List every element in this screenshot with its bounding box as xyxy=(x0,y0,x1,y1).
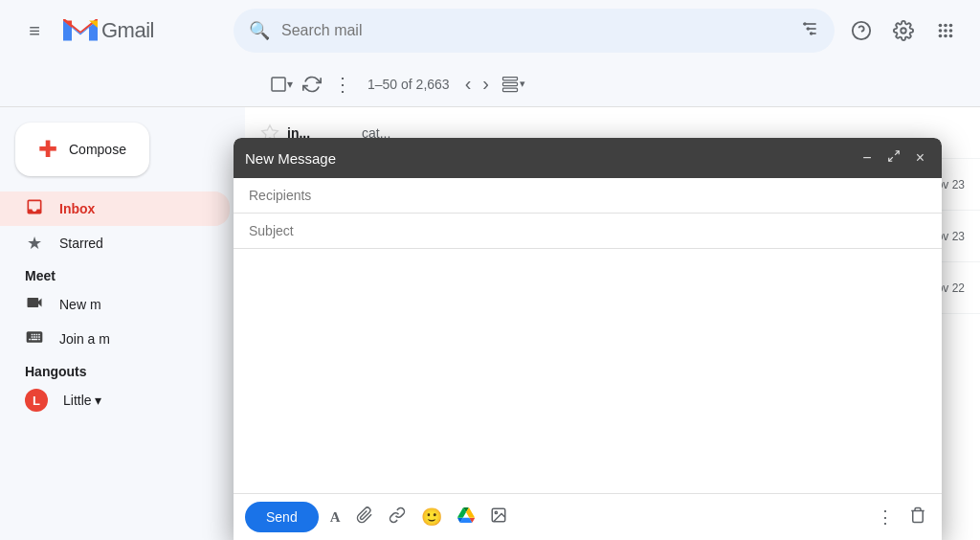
photo-icon[interactable] xyxy=(486,503,511,532)
compose-footer: Send A 🙂 xyxy=(234,493,942,540)
compose-body[interactable] xyxy=(234,249,942,493)
join-meeting-label: Join a m xyxy=(59,331,110,347)
more-options-button[interactable]: ⋮ xyxy=(329,67,356,101)
compose-recipients-label: Recipients xyxy=(249,188,311,203)
svg-point-18 xyxy=(944,34,947,38)
svg-point-5 xyxy=(803,22,806,25)
compose-subject-field[interactable]: Subject xyxy=(234,214,942,249)
svg-line-28 xyxy=(895,151,899,155)
select-checkbox[interactable]: ▾ xyxy=(268,67,295,101)
compose-button[interactable]: ✚ Compose xyxy=(15,123,149,176)
emoji-icon[interactable]: 🙂 xyxy=(417,503,446,531)
next-page-button[interactable]: › xyxy=(479,67,493,101)
search-bar: 🔍 xyxy=(234,9,835,53)
sidebar-item-new-meeting[interactable]: New m xyxy=(0,287,230,322)
app-header: ≡ Gmail 🔍 xyxy=(0,0,980,61)
compose-label: Compose xyxy=(69,142,126,157)
send-button[interactable]: Send xyxy=(245,502,319,532)
svg-rect-23 xyxy=(502,88,517,91)
sidebar: ✚ Compose Inbox ★ Starred Meet New m xyxy=(0,107,245,540)
menu-button[interactable]: ≡ xyxy=(15,11,54,50)
sidebar-item-starred[interactable]: ★ Starred xyxy=(0,226,230,260)
svg-rect-21 xyxy=(502,77,517,79)
more-options-icon[interactable]: ⋮ xyxy=(873,503,898,531)
new-meeting-label: New m xyxy=(59,297,101,312)
sidebar-item-hangouts-user[interactable]: L Little ▾ xyxy=(0,383,230,417)
user-avatar: L xyxy=(25,389,48,412)
svg-rect-22 xyxy=(502,82,517,85)
layout-button[interactable]: ▾ xyxy=(497,67,529,101)
compose-window-title: New Message xyxy=(245,150,857,167)
search-filter-icon[interactable] xyxy=(800,19,819,43)
prev-page-button[interactable]: ‹ xyxy=(461,67,476,101)
gmail-text: Gmail xyxy=(101,18,154,43)
svg-point-7 xyxy=(810,32,813,34)
compose-plus-icon: ✚ xyxy=(38,138,57,161)
gmail-m-icon xyxy=(63,18,98,43)
svg-point-6 xyxy=(807,27,810,30)
link-icon[interactable] xyxy=(385,503,410,532)
search-input[interactable] xyxy=(281,22,789,39)
svg-line-29 xyxy=(888,157,892,161)
compose-close-button[interactable]: × xyxy=(910,146,930,170)
inbox-label: Inbox xyxy=(59,201,95,216)
compose-subject-label: Subject xyxy=(249,223,294,238)
starred-icon: ★ xyxy=(25,233,44,254)
video-icon xyxy=(25,293,44,317)
help-button[interactable] xyxy=(842,11,880,50)
compose-minimize-button[interactable]: − xyxy=(857,146,877,170)
keyboard-icon xyxy=(25,327,44,351)
svg-point-12 xyxy=(944,24,947,28)
settings-button[interactable] xyxy=(884,11,923,50)
svg-point-31 xyxy=(495,511,497,513)
compose-expand-button[interactable] xyxy=(881,146,906,170)
compose-window: New Message − × Recipients Subject xyxy=(234,138,942,540)
compose-recipients-field[interactable]: Recipients xyxy=(234,178,942,214)
svg-point-11 xyxy=(939,24,943,28)
svg-point-13 xyxy=(949,24,953,28)
svg-point-14 xyxy=(939,29,943,33)
hangouts-section-label: Hangouts xyxy=(0,356,245,383)
format-text-icon[interactable]: A xyxy=(326,506,345,529)
apps-button[interactable] xyxy=(926,11,965,50)
svg-point-17 xyxy=(939,34,943,38)
refresh-button[interactable] xyxy=(299,67,325,101)
svg-point-15 xyxy=(944,29,947,33)
inbox-icon xyxy=(25,197,44,221)
svg-rect-20 xyxy=(272,78,285,91)
main-content: ✚ Compose Inbox ★ Starred Meet New m xyxy=(0,107,980,540)
svg-point-19 xyxy=(949,34,953,38)
drive-icon[interactable] xyxy=(454,503,479,532)
svg-point-10 xyxy=(901,28,906,34)
search-icon: 🔍 xyxy=(249,20,270,41)
sidebar-item-join-meeting[interactable]: Join a m xyxy=(0,322,230,356)
svg-point-16 xyxy=(949,29,953,33)
delete-icon[interactable] xyxy=(905,503,930,532)
sidebar-item-inbox[interactable]: Inbox xyxy=(0,191,230,226)
header-left: ≡ Gmail xyxy=(15,11,226,50)
hangouts-user-label: Little ▾ xyxy=(63,393,101,408)
email-toolbar: ▾ ⋮ 1–50 of 2,663 ‹ › ▾ xyxy=(0,61,980,107)
meet-section-label: Meet xyxy=(0,260,245,287)
gmail-logo: Gmail xyxy=(63,18,154,43)
attach-icon[interactable] xyxy=(352,503,377,532)
pagination-text: 1–50 of 2,663 xyxy=(368,77,450,92)
starred-label: Starred xyxy=(59,236,103,251)
compose-header[interactable]: New Message − × xyxy=(234,138,942,178)
header-right xyxy=(842,11,965,50)
compose-header-actions: − × xyxy=(857,146,930,170)
